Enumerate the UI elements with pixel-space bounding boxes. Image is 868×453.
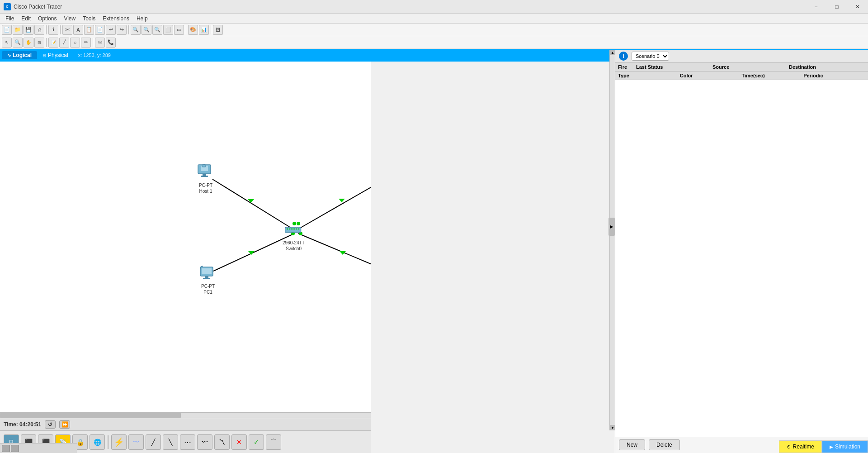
v-scrollbar-down[interactable]: ▼ bbox=[610, 425, 615, 430]
simulation-info-btn[interactable]: i bbox=[619, 52, 628, 61]
table-btn[interactable]: 📊 bbox=[199, 25, 209, 35]
svg-rect-30 bbox=[202, 268, 212, 274]
zoom-in-btn[interactable]: 🔍 bbox=[131, 25, 141, 35]
zoom-normal-btn[interactable]: 🔍 bbox=[142, 25, 151, 35]
network-canvas-area[interactable]: PC-PT Host 1 Printer-PT Printer0 bbox=[0, 62, 371, 412]
text-btn[interactable]: A bbox=[73, 25, 83, 35]
panel-collapse-btn[interactable]: ▶ bbox=[609, 218, 615, 236]
realtime-tab[interactable]: ⏱ Realtime bbox=[779, 440, 822, 453]
col-fire: Fire bbox=[618, 64, 636, 70]
minimize-button[interactable]: − bbox=[806, 0, 826, 14]
rect-btn[interactable]: ▭ bbox=[174, 25, 184, 35]
copy-btn[interactable]: 📋 bbox=[84, 25, 94, 35]
tool-separator bbox=[108, 435, 108, 449]
multi-select-btn[interactable]: ⊞ bbox=[34, 38, 44, 48]
sim-table-body bbox=[615, 80, 868, 437]
close-button[interactable]: ✕ bbox=[847, 0, 868, 14]
svg-line-0 bbox=[212, 179, 294, 230]
host1-icon bbox=[197, 163, 215, 181]
select-btn[interactable]: ↖ bbox=[2, 38, 12, 48]
pencil-btn[interactable]: ✏ bbox=[81, 38, 91, 48]
open-btn[interactable]: 📁 bbox=[13, 25, 23, 35]
col-time: Time(sec) bbox=[742, 73, 804, 78]
physical-label: Physical bbox=[48, 52, 68, 58]
logical-icon: ∿ bbox=[7, 53, 11, 58]
conn-wave[interactable]: 〜 bbox=[128, 434, 144, 450]
conn-lightning[interactable]: ⚡ bbox=[111, 434, 127, 450]
conn-line1[interactable]: ╱ bbox=[146, 434, 161, 450]
pc1-icon bbox=[199, 264, 217, 282]
col-destination: Destination bbox=[789, 64, 865, 70]
delete-scenario-btn[interactable]: Delete bbox=[649, 439, 680, 450]
svg-rect-14 bbox=[203, 174, 206, 176]
search-tool-btn[interactable]: 🔍 bbox=[13, 38, 23, 48]
pc1-label: PC-PT PC1 bbox=[201, 283, 215, 295]
mode-tabs: ⏱ Realtime ▶ Simulation bbox=[779, 440, 868, 453]
main-toolbar: 📄 📁 💾 🖨 ℹ ✂ A 📋 📄 ↩ ↪ 🔍 🔍 🔍 ⬜ ▭ 🎨 📊 🖼 bbox=[0, 24, 868, 36]
conn-check[interactable]: ✓ bbox=[249, 434, 264, 450]
vertical-scrollbar[interactable]: ▲ ▼ bbox=[609, 50, 615, 430]
note-btn[interactable]: 📝 bbox=[48, 38, 58, 48]
simulation-tab[interactable]: ▶ Simulation bbox=[822, 440, 868, 453]
device-sub-2[interactable] bbox=[11, 445, 19, 452]
device-sub-1[interactable] bbox=[2, 445, 10, 452]
new-scenario-btn[interactable]: New bbox=[619, 439, 645, 450]
menu-file[interactable]: File bbox=[2, 14, 18, 23]
new-file-btn[interactable]: 📄 bbox=[2, 25, 12, 35]
device-host1[interactable]: PC-PT Host 1 bbox=[197, 163, 215, 194]
app-icon: C bbox=[4, 3, 11, 10]
device-switch0[interactable]: 2960-24TT Switch0 bbox=[283, 221, 305, 252]
conn-angle[interactable]: ⌒ bbox=[266, 434, 281, 450]
menu-extensions[interactable]: Extensions bbox=[99, 14, 133, 23]
print-btn[interactable]: 🖨 bbox=[34, 25, 44, 35]
menu-options[interactable]: Options bbox=[34, 14, 60, 23]
conn-line2[interactable]: ╲ bbox=[163, 434, 178, 450]
move-btn[interactable]: ✋ bbox=[24, 38, 33, 48]
cut-btn[interactable]: ✂ bbox=[62, 25, 72, 35]
line-btn[interactable]: ╱ bbox=[59, 38, 69, 48]
phone-btn[interactable]: 📞 bbox=[106, 38, 116, 48]
window-controls: − □ ✕ bbox=[806, 0, 868, 14]
realtime-icon: ⏱ bbox=[787, 444, 791, 449]
v-scrollbar-up[interactable]: ▲ bbox=[610, 50, 615, 55]
conn-zigzag[interactable]: 〽 bbox=[214, 434, 230, 450]
info-btn[interactable]: ℹ bbox=[48, 25, 58, 35]
conn-wavy[interactable]: 〰 bbox=[197, 434, 212, 450]
menu-help[interactable]: Help bbox=[133, 14, 151, 23]
menu-edit[interactable]: Edit bbox=[18, 14, 34, 23]
paste-btn[interactable]: 📄 bbox=[95, 25, 105, 35]
logical-tab[interactable]: ∿ Logical bbox=[2, 51, 37, 59]
time-bar: Time: 04:20:51 ↺ ⏩ bbox=[0, 418, 371, 430]
save-btn[interactable]: 💾 bbox=[24, 25, 33, 35]
simulation-panel: i Scenario 0 Fire Last Status Source Des… bbox=[615, 50, 868, 453]
palette-btn[interactable]: 🎨 bbox=[188, 25, 198, 35]
device-pc1[interactable]: PC-PT PC1 bbox=[199, 264, 217, 295]
network-svg bbox=[0, 62, 371, 412]
toolbar-sep-2 bbox=[60, 25, 61, 34]
media-btn[interactable]: 🖼 bbox=[213, 25, 223, 35]
menu-tools[interactable]: Tools bbox=[79, 14, 99, 23]
toolbar-sep-6 bbox=[46, 38, 47, 47]
time-reset-btn[interactable]: ↺ bbox=[45, 420, 56, 429]
toolbar-sep-1 bbox=[46, 25, 47, 34]
logical-label: Logical bbox=[13, 52, 32, 58]
fit-btn[interactable]: ⬜ bbox=[163, 25, 173, 35]
email-btn[interactable]: ✉ bbox=[95, 38, 105, 48]
zoom-out-btn[interactable]: 🔍 bbox=[152, 25, 162, 35]
wan-category[interactable]: 🌐 bbox=[90, 434, 105, 450]
col-periodic: Periodic bbox=[803, 73, 865, 78]
conn-dotted[interactable]: ⋯ bbox=[180, 434, 195, 450]
physical-tab[interactable]: ⊟ Physical bbox=[37, 51, 74, 59]
oval-btn[interactable]: ○ bbox=[70, 38, 80, 48]
conn-cross[interactable]: ✕ bbox=[231, 434, 247, 450]
time-fast-btn[interactable]: ⏩ bbox=[59, 420, 70, 429]
switch0-icon bbox=[284, 221, 302, 239]
scenario-select[interactable]: Scenario 0 bbox=[632, 52, 669, 61]
coordinates: x: 1253, y: 289 bbox=[78, 52, 111, 58]
svg-rect-31 bbox=[205, 276, 208, 278]
redo-btn[interactable]: ↪ bbox=[117, 25, 127, 35]
menu-view[interactable]: View bbox=[60, 14, 79, 23]
maximize-button[interactable]: □ bbox=[826, 0, 847, 14]
horizontal-scrollbar[interactable] bbox=[0, 412, 371, 418]
undo-btn[interactable]: ↩ bbox=[106, 25, 116, 35]
